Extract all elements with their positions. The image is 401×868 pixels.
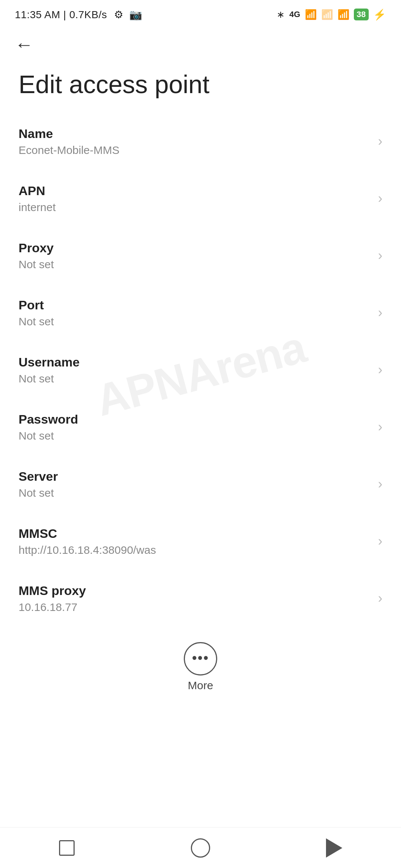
settings-value-apn: internet: [19, 201, 56, 214]
settings-item-server[interactable]: Server Not set ›: [0, 456, 401, 513]
chevron-right-icon: ›: [378, 362, 382, 378]
more-label: More: [188, 679, 213, 692]
chevron-right-icon: ›: [378, 134, 382, 149]
settings-label-name: Name: [19, 126, 120, 141]
settings-label-proxy: Proxy: [19, 241, 54, 255]
wifi-icon: 📶: [338, 9, 349, 20]
settings-item-password[interactable]: Password Not set ›: [0, 399, 401, 456]
camera-icon: 📷: [129, 9, 143, 20]
status-time: 11:35 AM: [15, 9, 60, 20]
status-speed: 0.7KB/s: [69, 9, 107, 20]
settings-item-port[interactable]: Port Not set ›: [0, 285, 401, 342]
nav-back-button[interactable]: [312, 833, 356, 863]
status-time-speed: 11:35 AM | 0.7KB/s ⚙ 📷: [15, 9, 143, 21]
settings-icon: ⚙: [114, 9, 124, 20]
nav-home-button[interactable]: [178, 833, 223, 863]
settings-label-apn: APN: [19, 184, 56, 198]
settings-value-name: Econet-Mobile-MMS: [19, 144, 120, 157]
chevron-right-icon: ›: [378, 191, 382, 206]
more-dots-icon: •••: [192, 651, 209, 665]
status-separator: |: [63, 9, 69, 20]
settings-label-server: Server: [19, 469, 58, 484]
chevron-right-icon: ›: [378, 248, 382, 263]
settings-item-username[interactable]: Username Not set ›: [0, 342, 401, 399]
settings-item-mmsc[interactable]: MMSC http://10.16.18.4:38090/was ›: [0, 513, 401, 570]
status-icons: ∗ 4G 📶 📶 📶 38 ⚡: [277, 9, 386, 21]
settings-value-proxy: Not set: [19, 258, 54, 271]
chevron-right-icon: ›: [378, 476, 382, 492]
signal-bars2-icon: 📶: [321, 9, 333, 20]
settings-item-apn[interactable]: APN internet ›: [0, 170, 401, 227]
nav-recent-button[interactable]: [45, 833, 89, 863]
settings-value-password: Not set: [19, 430, 78, 442]
more-section: ••• More: [0, 627, 401, 703]
settings-item-name[interactable]: Name Econet-Mobile-MMS ›: [0, 113, 401, 170]
recent-apps-icon: [59, 840, 75, 856]
settings-value-username: Not set: [19, 372, 79, 385]
settings-list: Name Econet-Mobile-MMS › APN internet › …: [0, 113, 401, 627]
toolbar: ←: [0, 26, 401, 59]
home-icon: [191, 838, 210, 858]
settings-value-mmsc: http://10.16.18.4:38090/was: [19, 544, 156, 556]
chevron-right-icon: ›: [378, 419, 382, 435]
nav-bar: [0, 827, 401, 868]
back-icon: [326, 838, 342, 858]
bluetooth-icon: ∗: [277, 9, 285, 20]
charging-icon: ⚡: [373, 9, 386, 21]
settings-item-mms-proxy[interactable]: MMS proxy 10.16.18.77 ›: [0, 570, 401, 627]
signal-bars-icon: 📶: [305, 9, 317, 20]
settings-label-username: Username: [19, 355, 79, 369]
battery-icon: 38: [354, 9, 369, 20]
settings-value-port: Not set: [19, 315, 54, 328]
chevron-right-icon: ›: [378, 305, 382, 320]
signal-4g-icon: 4G: [289, 10, 300, 19]
settings-label-mmsc: MMSC: [19, 526, 156, 541]
back-button[interactable]: ←: [15, 35, 33, 54]
settings-label-password: Password: [19, 412, 78, 427]
settings-label-port: Port: [19, 298, 54, 312]
chevron-right-icon: ›: [378, 591, 382, 606]
settings-value-mms-proxy: 10.16.18.77: [19, 601, 86, 614]
settings-label-mms-proxy: MMS proxy: [19, 583, 86, 598]
chevron-right-icon: ›: [378, 533, 382, 549]
page-title: Edit access point: [0, 59, 401, 113]
settings-item-proxy[interactable]: Proxy Not set ›: [0, 227, 401, 285]
status-bar: 11:35 AM | 0.7KB/s ⚙ 📷 ∗ 4G 📶 📶 📶 38 ⚡: [0, 0, 401, 26]
more-button[interactable]: •••: [184, 642, 217, 675]
settings-value-server: Not set: [19, 487, 58, 499]
